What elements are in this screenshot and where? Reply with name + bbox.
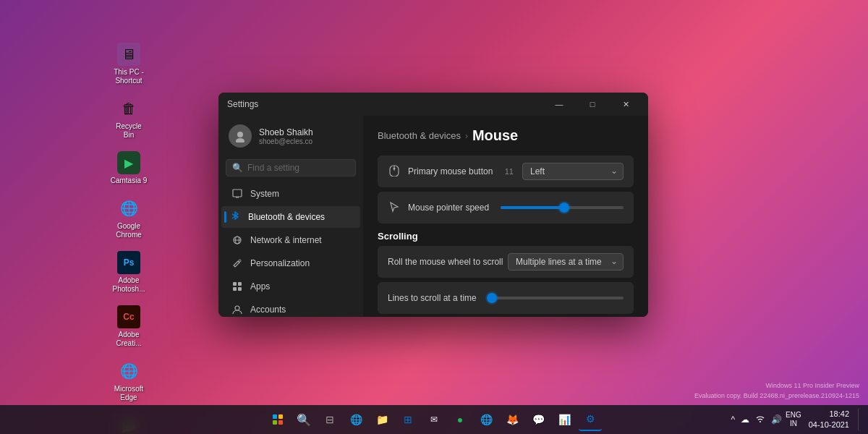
lines-scroll-slider[interactable]	[488, 297, 624, 299]
roll-scroll-control: Multiple lines at a time One screen at a…	[508, 253, 624, 271]
show-desktop-button[interactable]	[858, 408, 862, 431]
taskbar-search-button[interactable]: 🔍	[292, 408, 315, 431]
breadcrumb-parent[interactable]: Bluetooth & devices	[378, 130, 461, 141]
desktop-icon-label-recycle-bin: Recycle Bin	[110, 122, 148, 140]
sidebar-item-network[interactable]: Network & internet	[221, 229, 360, 251]
taskbar-edge[interactable]: 🌐	[344, 408, 367, 431]
clock-time: 18:42	[809, 409, 849, 420]
watermark-line1: Windows 11 Pro Insider Preview	[694, 381, 859, 391]
pointer-speed-text: Mouse pointer speed	[408, 203, 489, 213]
taskbar-mail[interactable]: ✉	[422, 408, 446, 431]
svg-point-31	[393, 167, 396, 169]
roll-scroll-label: Roll the mouse wheel to scroll	[388, 257, 503, 267]
sidebar-item-personalization[interactable]: Personalization	[221, 252, 360, 274]
sidebar-item-system[interactable]: System	[221, 183, 360, 205]
search-box[interactable]: 🔍	[226, 159, 356, 176]
lines-scroll-label: Lines to scroll at a time	[388, 293, 477, 303]
svg-rect-11	[238, 287, 242, 291]
svg-point-7	[239, 260, 241, 262]
close-button[interactable]: ✕	[609, 93, 642, 116]
slider-thumb-lines[interactable]	[487, 293, 497, 303]
desktop-icon-photoshop[interactable]: Ps Adobe Photosh...	[107, 248, 150, 297]
setting-row-roll-scroll: Roll the mouse wheel to scroll Multiple …	[378, 246, 634, 278]
sidebar: Shoeb Shaikh shoeb@ecles.co 🔍 System	[218, 116, 363, 317]
clock-date: 04-10-2021	[809, 420, 849, 430]
taskbar-tray: ^ ☁ 🔊 ENGIN 18:42 04-10-2021	[728, 408, 862, 431]
personalization-icon	[231, 258, 243, 269]
network-icon	[231, 234, 243, 246]
roll-scroll-dropdown-wrapper: Multiple lines at a time One screen at a…	[508, 253, 624, 271]
taskbar-settings[interactable]: ⚙	[579, 408, 602, 431]
settings-body: Shoeb Shaikh shoeb@ecles.co 🔍 System	[218, 116, 648, 317]
svg-rect-10	[233, 287, 237, 291]
desktop-icon-edge[interactable]: 🌐 Microsoft Edge	[107, 357, 150, 405]
primary-button-text: Primary mouse button	[408, 166, 493, 176]
setting-row-pointer-speed: Mouse pointer speed	[378, 192, 634, 224]
svg-point-1	[236, 138, 244, 142]
desktop-icons: 🖥 This PC - Shortcut 🗑 Recycle Bin ▶ Cam…	[107, 40, 150, 434]
window-controls: — □ ✕	[542, 93, 642, 116]
slider-thumb[interactable]	[559, 203, 569, 213]
svg-rect-35	[278, 420, 283, 425]
breadcrumb-current: Mouse	[472, 127, 518, 144]
system-icon	[231, 188, 243, 200]
sidebar-item-bluetooth[interactable]: Bluetooth & devices	[221, 206, 360, 228]
desktop-icon-this-pc[interactable]: 🖥 This PC - Shortcut	[107, 40, 150, 88]
bluetooth-icon	[229, 211, 241, 223]
pointer-speed-slider[interactable]	[501, 206, 624, 209]
scrolling-section-title: Scrolling	[378, 231, 634, 242]
sidebar-item-accounts[interactable]: Accounts	[221, 299, 360, 317]
primary-button-dropdown-wrapper: Left Right	[522, 163, 624, 180]
svg-rect-33	[278, 414, 283, 419]
sidebar-item-label-personalization: Personalization	[250, 258, 310, 268]
accounts-icon	[231, 304, 243, 315]
primary-button-label: Primary mouse button	[388, 165, 493, 179]
tray-wifi-icon[interactable]	[753, 412, 767, 427]
apps-icon	[231, 281, 243, 292]
roll-scroll-dropdown[interactable]: Multiple lines at a time One screen at a…	[508, 253, 624, 271]
minimize-button[interactable]: —	[542, 93, 576, 116]
taskbar: 🔍 ⊟ 🌐 📁 ⊞ ✉ ● 🌐 🦊 💬 📊 ⚙ ^ ☁	[0, 405, 868, 434]
tray-cloud-icon[interactable]: ☁	[739, 413, 752, 426]
search-input[interactable]	[247, 163, 356, 173]
setting-row-primary-button: Primary mouse button 11 Left Right	[378, 156, 634, 187]
desktop-icon-camtasia[interactable]: ▶ Camtasia 9	[107, 148, 150, 188]
taskbar-task-view[interactable]: ⊟	[318, 408, 341, 431]
desktop-icon-creative-cloud[interactable]: Cc Adobe Creati...	[107, 302, 150, 351]
search-icon: 🔍	[232, 163, 243, 173]
roll-scroll-text: Roll the mouse wheel to scroll	[388, 257, 503, 267]
taskbar-store[interactable]: ⊞	[396, 408, 420, 431]
sidebar-item-label-bluetooth: Bluetooth & devices	[248, 212, 325, 222]
system-tray-icons: ^ ☁ 🔊 ENGIN	[728, 411, 801, 428]
desktop-icon-label-creative-cloud: Adobe Creati...	[110, 331, 148, 348]
primary-button-dropdown[interactable]: Left Right	[522, 163, 624, 180]
taskbar-excel[interactable]: 📊	[553, 408, 576, 431]
content-area: Bluetooth & devices › Mouse	[363, 116, 648, 317]
taskbar-chrome[interactable]: 🌐	[475, 408, 498, 431]
taskbar-center: 🔍 ⊟ 🌐 📁 ⊞ ✉ ● 🌐 🦊 💬 📊 ⚙	[266, 408, 602, 431]
taskbar-explorer[interactable]: 📁	[370, 408, 393, 431]
sidebar-item-apps[interactable]: Apps	[221, 276, 360, 297]
taskbar-start-button[interactable]	[266, 408, 289, 431]
svg-point-36	[760, 421, 761, 422]
desktop-icon-label-chrome: Google Chrome	[110, 222, 148, 239]
taskbar-spotify[interactable]: ●	[448, 408, 472, 431]
svg-rect-8	[233, 282, 237, 286]
desktop-icon-recycle-bin[interactable]: 🗑 Recycle Bin	[107, 94, 150, 142]
language-indicator[interactable]: ENGIN	[786, 411, 801, 428]
maximize-button[interactable]: □	[576, 93, 609, 116]
taskbar-teams[interactable]: 💬	[527, 408, 550, 431]
svg-rect-32	[273, 414, 277, 419]
lines-scroll-text: Lines to scroll at a time	[388, 293, 477, 303]
tray-volume-icon[interactable]: 🔊	[769, 413, 784, 426]
slider-value-display: 11	[505, 167, 514, 176]
user-profile[interactable]: Shoeb Shaikh shoeb@ecles.co	[218, 116, 363, 156]
svg-rect-9	[238, 282, 242, 286]
tray-expand-icon[interactable]: ^	[728, 413, 737, 426]
primary-button-control: 11 Left Right	[505, 163, 624, 180]
desktop-icon-chrome[interactable]: 🌐 Google Chrome	[107, 194, 150, 242]
window-title: Settings	[227, 99, 258, 109]
taskbar-clock[interactable]: 18:42 04-10-2021	[804, 409, 854, 431]
svg-rect-2	[233, 190, 242, 197]
taskbar-firefox[interactable]: 🦊	[501, 408, 524, 431]
